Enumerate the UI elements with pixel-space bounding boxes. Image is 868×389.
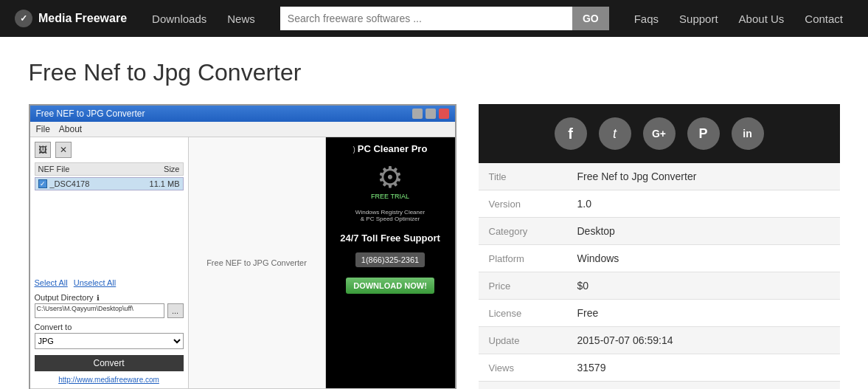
menu-file[interactable]: File — [36, 124, 50, 134]
output-dir-input[interactable]: C:\Users\M.Qayyum\Desktop\uff\ — [35, 303, 164, 318]
info-panel: f t G+ P in Title Free Nef to Jpg Conver… — [479, 104, 840, 389]
browse-button[interactable]: ... — [167, 303, 184, 318]
rating-cell: ★★★★★ 5 / 5 from 7 votes — [567, 382, 840, 390]
app-titlebar: Free NEF to JPG Converter — [30, 106, 455, 122]
site-logo[interactable]: Media Freeware — [15, 10, 127, 27]
titlebar-controls — [412, 109, 449, 119]
views-value: 31579 — [567, 354, 840, 382]
price-label: Price — [479, 272, 567, 300]
info-icon: ℹ — [97, 294, 100, 302]
info-table: Title Free Nef to Jpg Converter Version … — [479, 163, 840, 389]
price-value: $0 — [567, 272, 840, 300]
search-input[interactable] — [280, 7, 572, 30]
ad-gear-icon: ⚙ — [377, 160, 403, 194]
toolbar-image-icon[interactable]: 🖼 — [35, 142, 51, 158]
app-left-panel: 🖼 ✕ NEF File Size ✓ _DSC4178 11.1 MB — [30, 137, 189, 388]
info-row-license: License Free — [479, 300, 840, 327]
logo-icon — [15, 10, 32, 27]
app-ad-panel: ) PC Cleaner Pro ⚙ FREE TRIAL Windows Re… — [326, 137, 455, 388]
file-size: 11.1 MB — [150, 179, 180, 188]
output-dir-label: Output Directory ℹ — [35, 293, 184, 302]
nav-news[interactable]: News — [217, 0, 265, 37]
rating-label: Rating — [479, 382, 567, 390]
ad-support-label: 24/7 Toll Free Support — [340, 233, 440, 244]
platform-value: Windows — [567, 245, 840, 272]
category-label: Category — [479, 218, 567, 245]
close-button[interactable] — [439, 109, 449, 119]
logo-text: Media Freeware — [38, 12, 127, 25]
main-grid: Free NEF to JPG Converter File About — [29, 104, 840, 389]
category-value: Desktop — [567, 218, 840, 245]
minimize-button[interactable] — [412, 109, 423, 119]
update-value: 2015-07-07 06:59:14 — [567, 327, 840, 354]
info-row-title: Title Free Nef to Jpg Converter — [479, 163, 840, 190]
views-label: Views — [479, 354, 567, 382]
menu-about[interactable]: About — [59, 124, 82, 134]
platform-label: Platform — [479, 245, 567, 272]
page-title: Free Nef to Jpg Converter — [29, 59, 840, 86]
file-list-header: NEF File Size — [35, 162, 184, 176]
nav-about[interactable]: About Us — [729, 0, 795, 37]
convert-to-label: Convert to — [35, 323, 184, 331]
pinterest-button[interactable]: P — [687, 117, 720, 150]
app-menubar: File About — [30, 122, 455, 137]
update-label: Update — [479, 327, 567, 354]
license-label: License — [479, 300, 567, 327]
info-row-version: Version 1.0 — [479, 190, 840, 218]
nav-downloads[interactable]: Downloads — [142, 0, 217, 37]
convert-to-select[interactable]: JPG — [35, 333, 184, 349]
nav-faqs[interactable]: Faqs — [624, 0, 669, 37]
info-row-update: Update 2015-07-07 06:59:14 — [479, 327, 840, 354]
search-button[interactable]: GO — [572, 7, 609, 30]
ad-phone[interactable]: 1(866)325-2361 — [355, 252, 425, 267]
title-value: Free Nef to Jpg Converter — [567, 163, 840, 190]
app-title: Free NEF to JPG Converter — [36, 109, 145, 119]
nav-right-links: Faqs Support About Us Contact — [624, 0, 853, 37]
navbar: Media Freeware Downloads News GO Faqs Su… — [0, 0, 868, 37]
info-row-views: Views 31579 — [479, 354, 840, 382]
app-body: 🖼 ✕ NEF File Size ✓ _DSC4178 11.1 MB — [30, 137, 455, 388]
page-content: Free Nef to Jpg Converter Free NEF to JP… — [14, 37, 855, 389]
file-col-size: Size — [164, 165, 179, 173]
version-value: 1.0 — [567, 190, 840, 218]
file-checkbox[interactable]: ✓ — [38, 179, 47, 188]
nav-links: Downloads News — [142, 0, 265, 37]
info-row-price: Price $0 — [479, 272, 840, 300]
file-list-item[interactable]: ✓ _DSC4178 11.1 MB — [35, 177, 184, 190]
website-link[interactable]: http://www.mediafreeware.com — [35, 376, 184, 384]
license-value: Free — [567, 300, 840, 327]
toolbar-close-icon[interactable]: ✕ — [55, 142, 72, 158]
info-row-platform: Platform Windows — [479, 245, 840, 272]
facebook-button[interactable]: f — [555, 117, 587, 150]
ad-title: ) PC Cleaner Pro — [353, 143, 428, 154]
ad-features: Windows Registry Cleaner& PC Speed Optim… — [355, 209, 425, 222]
unselect-all-link[interactable]: Unselect All — [74, 278, 116, 287]
social-bar: f t G+ P in — [479, 104, 840, 163]
ad-subtitle: FREE TRIAL — [371, 193, 409, 200]
convert-button[interactable]: Convert — [35, 355, 184, 371]
file-col-name: NEF File — [38, 165, 70, 173]
ad-download-button[interactable]: DOWNLOAD NOW! — [346, 278, 434, 294]
nav-contact[interactable]: Contact — [794, 0, 853, 37]
nav-support[interactable]: Support — [669, 0, 729, 37]
title-label: Title — [479, 163, 567, 190]
app-center-panel: Free NEF to JPG Converter — [189, 137, 326, 388]
select-all-link[interactable]: Select All — [35, 278, 68, 287]
app-file-actions: Select All Unselect All — [35, 278, 184, 287]
search-form: GO — [280, 7, 609, 30]
info-row-rating: Rating ★★★★★ 5 / 5 from 7 votes — [479, 382, 840, 390]
screenshot-area: Free NEF to JPG Converter File About — [29, 104, 456, 389]
app-toolbar: 🖼 ✕ — [35, 142, 184, 158]
googleplus-button[interactable]: G+ — [643, 117, 676, 150]
info-row-category: Category Desktop — [479, 218, 840, 245]
version-label: Version — [479, 190, 567, 218]
center-label: Free NEF to JPG Converter — [206, 258, 307, 267]
maximize-button[interactable] — [426, 109, 436, 119]
linkedin-button[interactable]: in — [732, 117, 764, 150]
app-window: Free NEF to JPG Converter File About — [29, 104, 456, 389]
file-name: _DSC4178 — [50, 179, 90, 188]
twitter-button[interactable]: t — [599, 117, 631, 150]
output-dir-row: C:\Users\M.Qayyum\Desktop\uff\ ... — [35, 303, 184, 318]
